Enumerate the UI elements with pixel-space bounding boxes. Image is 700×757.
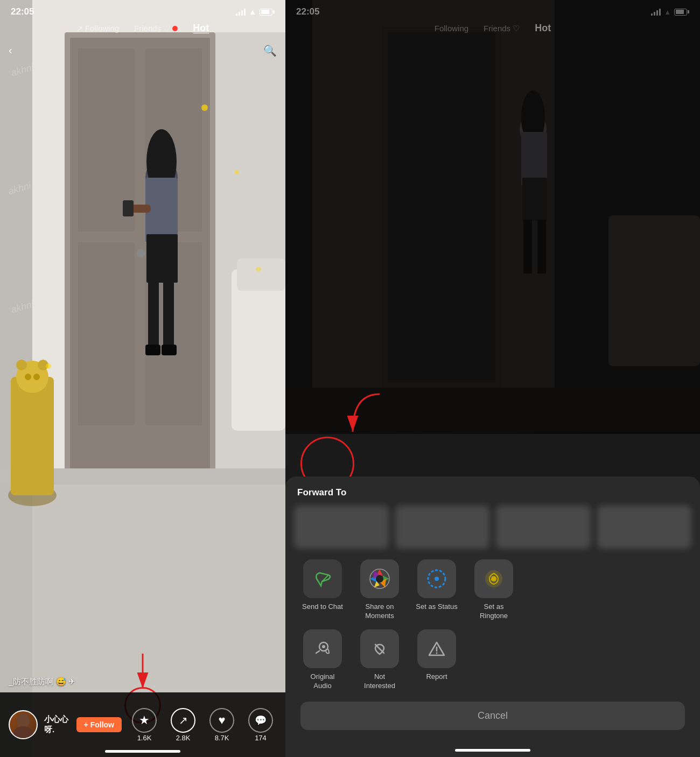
svg-point-36 (256, 267, 261, 272)
svg-rect-31 (123, 200, 134, 216)
svg-point-19 (25, 374, 31, 380)
set-status-label: Set as Status (416, 602, 457, 612)
svg-point-63 (322, 645, 325, 648)
set-ringtone-icon: ♪ (474, 559, 513, 598)
svg-point-40 (13, 726, 33, 738)
live-dot (172, 26, 178, 31)
status-icons-right: ▲ (651, 8, 689, 16)
status-bar-right: 22:05 ▲ (285, 0, 700, 19)
caption-text: _防不胜防啊 😅 ✈ (9, 677, 75, 687)
username: 小心心呀. (44, 714, 70, 735)
like-action[interactable]: ♥ 8.7K (206, 708, 238, 742)
svg-rect-8 (78, 242, 135, 425)
bookmark-action[interactable]: ★ 1.6K (128, 708, 160, 742)
svg-point-35 (46, 363, 51, 369)
dark-scene (285, 0, 700, 431)
svg-rect-50 (523, 220, 532, 274)
battery-icon (260, 9, 275, 16)
svg-rect-28 (145, 345, 160, 355)
left-panel: akhni akhni akhni 22:05 ▲ (0, 0, 285, 757)
set-status-action[interactable]: Set as Status (412, 559, 461, 621)
original-audio-icon (303, 629, 342, 668)
svg-rect-15 (11, 377, 54, 495)
share-action[interactable]: ↗ 2.8K (167, 708, 199, 742)
wifi-icon-right: ▲ (664, 8, 671, 16)
nav-tabs: Following Friends ♡ Hot (85, 19, 209, 37)
scene-svg (0, 0, 285, 757)
bookmark-icon: ★ (132, 708, 157, 733)
share-actions-row2: OriginalAudio NotInterested (294, 629, 691, 691)
tab-friends[interactable]: Friends ♡ (134, 24, 178, 33)
tab-following[interactable]: Following (85, 24, 119, 33)
tab-hot-right: Hot (535, 23, 551, 34)
not-interested-icon (360, 629, 399, 668)
time-display-right: 22:05 (296, 6, 319, 17)
bookmark-count: 1.6K (137, 734, 152, 742)
original-audio-action[interactable]: OriginalAudio (298, 629, 347, 691)
svg-rect-25 (146, 234, 178, 283)
right-panel: 22:05 ▲ Following Friends ♡ (285, 0, 700, 757)
comment-action[interactable]: 💬 174 (244, 708, 277, 742)
like-icon: ♥ (209, 708, 234, 733)
home-indicator-left (105, 750, 180, 753)
svg-point-20 (33, 374, 40, 380)
tab-friends-right: Friends ♡ (484, 24, 520, 33)
share-sheet: Forward To Send to Chat (285, 476, 700, 757)
share-moments-icon (360, 559, 399, 598)
send-to-chat-label: Send to Chat (302, 602, 343, 612)
send-to-chat-action[interactable]: Send to Chat (298, 559, 347, 621)
svg-point-58 (435, 577, 439, 581)
not-interested-label: NotInterested (364, 672, 395, 691)
svg-point-32 (137, 249, 145, 257)
red-arrow-right (342, 389, 385, 445)
report-label: Report (426, 672, 447, 682)
home-indicator-right (455, 749, 530, 752)
svg-point-33 (201, 104, 208, 111)
wifi-icon: ▲ (249, 8, 256, 16)
svg-rect-27 (163, 283, 174, 347)
contact-4[interactable] (597, 506, 692, 549)
svg-rect-13 (237, 258, 285, 291)
contact-1[interactable] (294, 506, 389, 549)
cancel-button[interactable]: Cancel (300, 702, 685, 730)
svg-text:♪: ♪ (490, 573, 494, 582)
svg-point-17 (16, 360, 27, 370)
comment-count: 174 (255, 734, 267, 742)
svg-rect-29 (162, 345, 177, 355)
follow-button[interactable]: + Follow (76, 717, 122, 732)
top-bar-right: 22:05 ▲ Following Friends ♡ (285, 0, 700, 48)
set-status-icon (417, 559, 456, 598)
tab-hot[interactable]: Hot (193, 23, 209, 34)
share-moments-label: Share onMoments (365, 602, 394, 621)
svg-rect-52 (608, 215, 700, 366)
svg-rect-26 (148, 283, 159, 347)
back-button[interactable]: ‹ (9, 44, 12, 57)
contact-2[interactable] (395, 506, 490, 549)
set-ringtone-label: Set asRingtone (480, 602, 508, 621)
report-action[interactable]: Report (412, 629, 461, 691)
time-display: 22:05 (11, 6, 34, 17)
status-bar: 22:05 ▲ (0, 0, 285, 19)
signal-icon (236, 8, 246, 16)
user-avatar[interactable] (9, 710, 38, 739)
share-moments-action[interactable]: Share onMoments (355, 559, 404, 621)
share-actions-row1: Send to Chat (294, 559, 691, 621)
original-audio-label: OriginalAudio (311, 672, 335, 691)
svg-rect-12 (232, 269, 285, 431)
svg-rect-44 (388, 32, 495, 382)
set-ringtone-action[interactable]: ♪ Set asRingtone (470, 559, 518, 621)
svg-point-68 (436, 653, 438, 654)
svg-line-64 (316, 651, 319, 653)
contact-3[interactable] (496, 506, 591, 549)
like-count: 8.7K (215, 734, 229, 742)
svg-rect-49 (522, 178, 547, 221)
share-icon: ↗ (171, 708, 195, 733)
tab-following-right: Following (435, 24, 468, 33)
nav-tabs-right: Following Friends ♡ Hot (285, 19, 700, 37)
forward-to-label: Forward To (294, 487, 691, 498)
search-button[interactable]: 🔍 (263, 44, 277, 57)
report-icon (417, 629, 456, 668)
send-to-chat-icon (303, 559, 342, 598)
not-interested-action[interactable]: NotInterested (355, 629, 404, 691)
contacts-row (294, 506, 691, 549)
